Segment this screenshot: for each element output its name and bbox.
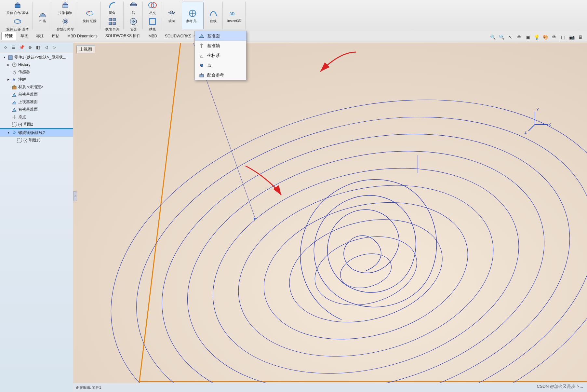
scene-icon[interactable]: 🎨 [541,33,549,41]
origin-icon [12,115,17,120]
tree-item-material[interactable]: 材质 <未指定> [0,83,73,91]
tree-item-origin[interactable]: 原点 [0,113,73,121]
panel-resize-handle[interactable]: ◁ [73,191,77,201]
part-expand-arrow: ▼ [3,56,7,60]
select-icon[interactable]: ↖ [506,33,514,41]
list-view-icon[interactable]: ☰ [10,44,17,51]
pattern-button[interactable]: 线性 阵列 [104,16,121,32]
svg-text:Y: Y [537,108,539,112]
part-title-item[interactable]: ▼ 零件1 (默认<<默认>_显示状... [0,54,73,61]
cam-icon[interactable]: 📷 [568,33,576,41]
dropdown-coords-label: 坐标系 [207,53,220,59]
tab-mbd[interactable]: MBD [145,33,161,40]
sensor-expand-arrow [7,70,10,74]
svg-point-29 [13,72,16,74]
dropdown-axis-label: 基准轴 [207,43,220,49]
wrap-icon [128,16,139,27]
scan-icon [37,8,48,19]
mirror-button[interactable]: 镜向 [165,7,178,24]
dropdown-item-plane[interactable]: 基准面 [195,31,246,41]
zoom-icon[interactable]: 🔍 [498,33,505,41]
tree-item-annotation[interactable]: ▶ A 注解 [0,76,73,83]
right-plane-expand [7,108,10,112]
svg-point-57 [253,218,256,220]
sketch2-label: (-) 草图2 [18,122,33,127]
feature-group-fillet: 圆角 线性 阵列 [101,2,124,29]
tab-annotation[interactable]: 标注 [33,32,47,40]
tree-item-sketch2[interactable]: (-) 草图2 [0,121,73,128]
tree-item-top-plane[interactable]: 上视基准面 [0,98,73,106]
pin-icon[interactable]: 📌 [18,44,25,51]
hide-show-icon[interactable]: 👁 [550,33,558,41]
search-topright-icon[interactable]: 🔍 [489,33,497,41]
section-icon[interactable]: ◫ [559,33,567,41]
svg-line-28 [14,65,15,65]
tab-sketch[interactable]: 草图 [17,32,32,40]
rib-icon [128,0,139,10]
tree-item-sketch13[interactable]: (-) 草图13 [0,137,73,144]
tab-features[interactable]: 特征 [1,32,16,40]
tab-mbd-dim[interactable]: MBD Dimensions [64,33,101,40]
tree-item-sensor[interactable]: 传感器 [0,68,73,76]
filter-icon[interactable]: ⊹ [2,44,9,51]
light-icon[interactable]: 💡 [533,33,540,41]
extrude-boss-button[interactable]: 拉伸 凸台/ 基体 [5,0,30,16]
mirror-icon [167,8,177,19]
dropdown-item-axis[interactable]: 基准轴 [195,41,246,51]
expand-left-icon[interactable]: ◁ [43,44,50,51]
wrap-button[interactable]: 包覆 [127,16,140,32]
sketch13-icon [17,138,22,143]
extrude-cut-label: 拉伸 切除 [58,11,72,15]
coords-menu-icon [199,53,205,59]
svg-rect-76 [200,74,204,77]
svg-marker-35 [12,85,16,87]
curves-button[interactable]: 曲线 [207,7,220,24]
rib-button[interactable]: 筋 [127,0,140,16]
tree-item-history[interactable]: ▶ History [0,61,73,68]
intersect-button[interactable]: 相交 [146,0,159,16]
tab-sw-addins[interactable]: SOLIDWORKS 插件 [102,32,144,40]
feature-group-mirror: 镜向 [163,2,181,29]
shell-button[interactable]: 抽壳 [146,16,159,32]
svg-text:Z: Z [525,131,527,134]
center-icon[interactable]: ⊕ [26,44,33,51]
dropdown-item-coords[interactable]: 坐标系 [195,51,246,61]
fillet-button[interactable]: 圆角 [106,0,119,16]
hole-wizard-button[interactable]: 异型孔 向导 [55,16,75,32]
display-icon[interactable]: ▣ [524,33,532,41]
revolve-cut-icon [85,8,95,19]
material-expand-arrow [7,85,10,89]
collapse-icon[interactable]: ◧ [34,44,42,51]
svg-marker-37 [12,101,16,104]
svg-rect-8 [109,18,112,21]
front-plane-label: 前视基准面 [18,92,38,97]
ref-geometry-icon [187,8,198,19]
curves-group: 曲线 [204,2,223,29]
tab-evaluate[interactable]: 评估 [48,32,63,40]
svg-marker-13 [130,2,137,5]
feature-group-cut: 拉伸 切除 异型孔 向导 [53,2,78,29]
mate-menu-icon [199,72,205,78]
svg-point-75 [200,64,203,67]
expand-right-icon[interactable]: ▷ [51,44,58,51]
dropdown-item-mate[interactable]: 配合参考 [195,70,246,80]
scan-button[interactable]: 扫描 [36,7,49,24]
extrude-cut-button[interactable]: 拉伸 切除 [57,0,73,16]
right-plane-icon [12,107,17,112]
instant3d-button[interactable]: 3D Instant3D [226,7,243,24]
tree-item-right-plane[interactable]: 右视基准面 [0,106,73,113]
dropdown-item-point[interactable]: 点 [195,61,246,70]
tree-item-helix[interactable]: ▼ 螺旋线/涡旋线2 [0,129,73,137]
svg-marker-1 [15,2,20,5]
history-expand-arrow: ▶ [7,63,10,67]
tree-item-front-plane[interactable]: 前视基准面 [0,91,73,98]
ref-geometry-group[interactable]: 参考 几... [182,2,204,29]
revolve-boss-button[interactable]: 旋转 凸台/ 基体 [5,16,30,32]
ref-geometry-button[interactable]: 参考 几... [185,7,201,24]
revolve-cut-button[interactable]: 旋转 切除 [81,7,98,24]
view-icon[interactable]: 👁 [515,33,523,41]
shell-label: 抽壳 [149,27,156,31]
screen-icon[interactable]: 🖥 [577,33,584,41]
instant3d-label: Instant3D [227,19,241,23]
sensor-label: 传感器 [18,69,30,75]
